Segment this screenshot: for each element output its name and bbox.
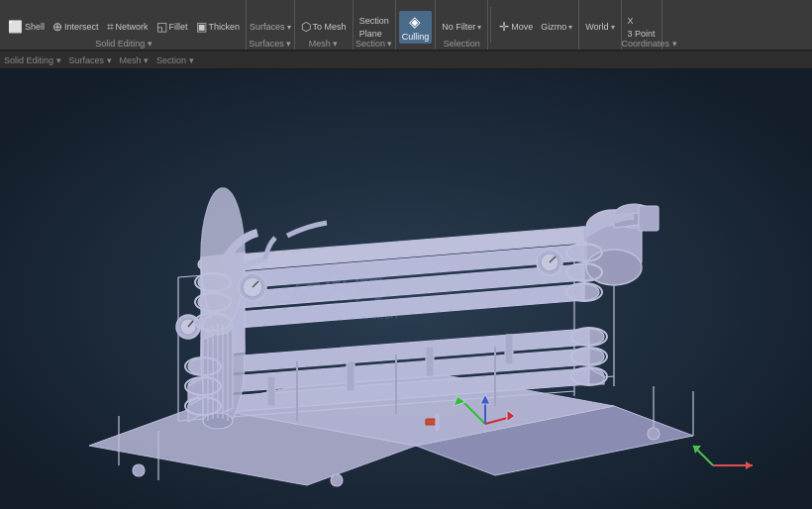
separator1 xyxy=(490,7,491,43)
btn-network[interactable]: ⌗ Network xyxy=(104,19,152,35)
panel-world: World ▾ xyxy=(579,0,621,51)
context-bar: Solid Editing ▾ Surfaces ▾ Mesh ▾ Sectio… xyxy=(0,51,812,69)
btn-move-gizmo[interactable]: ✛ Move xyxy=(496,19,536,35)
btn-world[interactable]: World ▾ xyxy=(582,21,617,33)
panel-no-filter: No Filter ▾ Selection xyxy=(436,0,488,51)
panel-culling: ◈ Culling xyxy=(396,0,437,51)
btn-fillet[interactable]: ◱ Fillet xyxy=(153,19,191,35)
btn-3-point[interactable]: 3 Point xyxy=(625,28,659,40)
culling-label: Culling xyxy=(402,32,430,42)
panel-selection-label: Selection xyxy=(436,39,487,49)
btn-thicken[interactable]: ▣ Thicken xyxy=(193,19,244,35)
svg-rect-79 xyxy=(267,376,275,406)
context-mesh: Mesh ▾ xyxy=(120,55,150,65)
3d-viewport[interactable]: 沃风网 www.autocad.com.cn xyxy=(0,69,812,509)
btn-intersect[interactable]: ⊕ Intersect xyxy=(50,19,102,35)
context-surfaces: Surfaces ▾ xyxy=(69,55,112,65)
intersect-label: Intersect xyxy=(64,22,99,32)
ribbon-toolbar: ⬜ Shell ⊕ Intersect ⌗ Network ◱ Fillet ▣… xyxy=(0,0,812,51)
world-label: World xyxy=(585,22,608,32)
svg-rect-81 xyxy=(426,347,434,376)
panel-solid-editing-label: Solid Editing ▾ xyxy=(2,39,246,49)
surfaces-label: Surfaces xyxy=(250,22,285,32)
shell-icon: ⬜ xyxy=(8,20,23,34)
btn-no-filter[interactable]: No Filter ▾ xyxy=(439,21,484,33)
btn-culling[interactable]: ◈ Culling xyxy=(399,11,433,44)
btn-section-plane2[interactable]: Plane xyxy=(356,28,392,40)
fillet-label: Fillet xyxy=(169,22,188,32)
btn-shell[interactable]: ⬜ Shell xyxy=(5,19,48,35)
svg-text:沃风网: 沃风网 xyxy=(289,268,384,304)
svg-rect-82 xyxy=(505,335,513,364)
section-plane-label: Section xyxy=(359,16,389,26)
panel-section: Section Plane Section ▾ xyxy=(354,0,396,51)
watermark: 沃风网 www.autocad.com.cn xyxy=(275,268,398,322)
no-filter-arrow: ▾ xyxy=(477,23,481,32)
svg-text:www.autocad.com.cn: www.autocad.com.cn xyxy=(275,307,398,322)
btn-gizmo[interactable]: Gizmo ▾ xyxy=(538,21,575,33)
surfaces-dropdown[interactable]: ▾ xyxy=(287,23,291,32)
shell-label: Shell xyxy=(25,22,45,32)
svg-rect-89 xyxy=(639,206,659,231)
svg-point-87 xyxy=(331,474,343,486)
intersect-icon: ⊕ xyxy=(52,20,62,34)
to-mesh-label: To Mesh xyxy=(313,22,347,32)
x-coord-label: X xyxy=(628,16,634,26)
3-point-label: 3 Point xyxy=(628,29,656,39)
section-plane2-label: Plane xyxy=(359,29,382,39)
panel-mesh: ⬡ To Mesh Mesh ▾ xyxy=(295,0,354,51)
fillet-icon: ◱ xyxy=(156,20,167,34)
svg-point-88 xyxy=(648,428,660,440)
panel-surfaces-label: Surfaces ▾ xyxy=(247,39,294,49)
btn-convert-to-mesh[interactable]: ⬡ To Mesh xyxy=(298,19,350,35)
thicken-label: Thicken xyxy=(209,22,241,32)
svg-rect-66 xyxy=(436,414,439,430)
panel-solid-editing: ⬜ Shell ⊕ Intersect ⌗ Network ◱ Fillet ▣… xyxy=(2,0,247,51)
culling-icon: ◈ xyxy=(409,13,421,31)
convert-mesh-icon: ⬡ xyxy=(301,20,311,34)
panel-move-gizmo: ✛ Move Gizmo ▾ xyxy=(493,0,579,51)
panel-coordinates: X 3 Point Coordinates ▾ xyxy=(622,0,662,51)
gizmo-label: Gizmo xyxy=(541,22,566,32)
panel-surfaces: Surfaces ▾ Surfaces ▾ xyxy=(247,0,295,51)
no-filter-label: No Filter xyxy=(442,22,475,32)
network-icon: ⌗ xyxy=(107,20,114,34)
model-svg: 沃风网 www.autocad.com.cn xyxy=(0,69,812,509)
btn-x-coord[interactable]: X xyxy=(625,15,659,27)
panel-section-label: Section ▾ xyxy=(354,39,395,49)
context-solid-editing: Solid Editing ▾ xyxy=(4,55,61,65)
move-gizmo-label: Move xyxy=(511,22,533,32)
panel-coordinates-label: Coordinates ▾ xyxy=(622,39,661,49)
network-label: Network xyxy=(116,22,149,32)
context-section: Section ▾ xyxy=(156,55,194,65)
btn-section-plane[interactable]: Section xyxy=(356,15,392,27)
move-gizmo-icon: ✛ xyxy=(499,20,509,34)
svg-point-86 xyxy=(133,464,145,476)
panel-mesh-label: Mesh ▾ xyxy=(295,39,353,49)
thicken-icon: ▣ xyxy=(196,20,207,34)
svg-rect-80 xyxy=(347,361,355,391)
